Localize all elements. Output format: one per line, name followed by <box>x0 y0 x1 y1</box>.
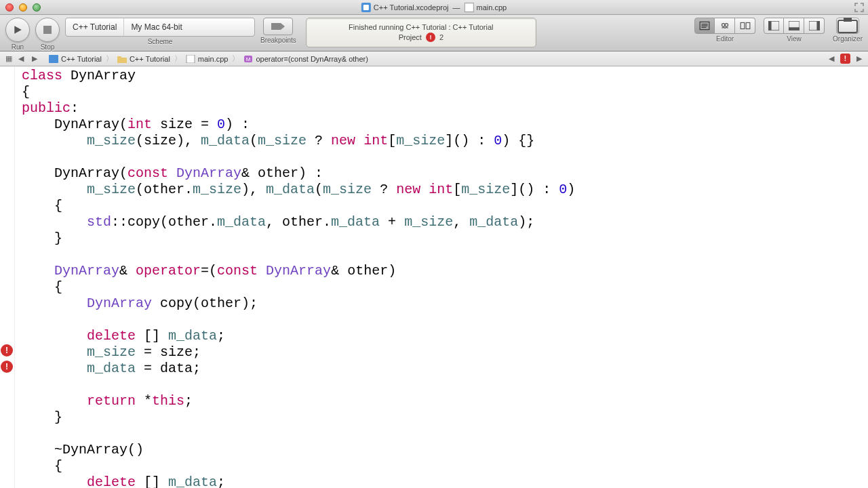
breadcrumb[interactable]: M operator=(const DynArray& other) <box>239 55 372 63</box>
code-area[interactable]: class DynArray { public: DynArray(int si… <box>15 66 868 488</box>
breadcrumb-item[interactable]: main.cpp <box>198 55 229 63</box>
toolbar: Run Stop C++ Tutorial My Mac 64-bit Sche… <box>0 15 868 52</box>
svg-rect-10 <box>768 21 772 30</box>
prev-issue-button[interactable]: ◀ <box>825 54 837 64</box>
editor-version-button[interactable] <box>735 18 755 34</box>
fullscreen-icon[interactable] <box>854 3 864 12</box>
svg-rect-8 <box>746 22 750 28</box>
svg-rect-16 <box>844 18 852 22</box>
scheme-selector[interactable]: C++ Tutorial My Mac 64-bit <box>65 18 255 37</box>
activity-status: Finished running C++ Tutorial : C++ Tuto… <box>313 23 529 31</box>
editor-standard-button[interactable] <box>694 18 715 34</box>
project-icon <box>361 3 371 12</box>
error-marker-icon[interactable]: ! <box>1 344 13 357</box>
zoom-icon[interactable] <box>33 3 41 12</box>
error-marker-icon[interactable]: ! <box>1 361 13 373</box>
window-title-project: C++ Tutorial.xcodeproj <box>374 3 449 12</box>
activity-viewer[interactable]: Finished running C++ Tutorial : C++ Tuto… <box>306 18 536 47</box>
breakpoint-icon <box>271 22 285 31</box>
editor-label: Editor <box>716 35 734 43</box>
title-separator: — <box>453 3 460 12</box>
stop-button[interactable] <box>35 18 60 42</box>
svg-point-5 <box>722 24 725 27</box>
svg-rect-12 <box>789 27 800 30</box>
svg-point-6 <box>725 24 728 27</box>
cpp-file-icon <box>186 55 195 63</box>
svg-rect-15 <box>838 20 857 33</box>
view-navigator-button[interactable] <box>764 18 784 34</box>
organizer-label: Organizer <box>833 35 863 43</box>
cpp-file-icon <box>465 3 474 12</box>
method-icon: M <box>243 55 253 63</box>
svg-text:M: M <box>246 56 251 62</box>
organizer-button[interactable] <box>836 18 859 34</box>
scheme-label: Scheme <box>148 38 173 45</box>
editor-gutter[interactable]: ! ! <box>0 66 15 488</box>
stop-label: Stop <box>41 43 55 51</box>
organizer-icon <box>837 18 859 34</box>
scheme-destination[interactable]: My Mac 64-bit <box>124 18 189 36</box>
editor-assistant-button[interactable] <box>715 18 735 34</box>
svg-rect-14 <box>816 21 820 30</box>
breadcrumb-item[interactable]: C++ Tutorial <box>61 55 102 63</box>
code-editor[interactable]: ! ! class DynArray { public: DynArray(in… <box>0 66 868 488</box>
issue-indicator-icon[interactable]: ! <box>840 54 850 64</box>
view-debug-button[interactable] <box>784 18 804 34</box>
view-utilities-button[interactable] <box>804 18 825 34</box>
run-button[interactable] <box>5 18 30 42</box>
next-issue-button[interactable]: ▶ <box>853 54 865 64</box>
stop-icon <box>43 26 52 34</box>
svg-rect-7 <box>741 22 745 28</box>
scheme-target[interactable]: C++ Tutorial <box>66 18 124 36</box>
related-items-icon[interactable]: ▦ <box>3 54 15 64</box>
svg-rect-18 <box>186 55 195 63</box>
breadcrumb[interactable]: C++ Tutorial <box>45 55 106 63</box>
breakpoints-button[interactable] <box>263 18 293 35</box>
window-title-file: main.cpp <box>477 3 507 12</box>
forward-button[interactable]: ▶ <box>28 54 41 64</box>
svg-rect-17 <box>49 55 58 63</box>
folder-icon <box>117 55 127 63</box>
breadcrumb-item[interactable]: C++ Tutorial <box>130 55 170 63</box>
activity-project-label: Project <box>399 33 422 41</box>
play-icon <box>13 25 22 35</box>
activity-issue-count: 2 <box>439 33 443 41</box>
breadcrumb[interactable]: C++ Tutorial <box>113 55 174 63</box>
close-icon[interactable] <box>5 3 14 12</box>
back-button[interactable]: ◀ <box>15 54 27 64</box>
project-icon <box>49 55 58 63</box>
run-label: Run <box>12 43 24 51</box>
window-titlebar: C++ Tutorial.xcodeproj — main.cpp <box>0 0 868 15</box>
view-label: View <box>787 35 802 43</box>
breadcrumb-item[interactable]: operator=(const DynArray& other) <box>256 55 368 63</box>
minimize-icon[interactable] <box>19 3 27 12</box>
error-icon: ! <box>426 33 435 42</box>
svg-rect-0 <box>43 26 52 34</box>
breakpoints-label: Breakpoints <box>260 37 296 44</box>
breadcrumb[interactable]: main.cpp <box>182 55 233 63</box>
jumpbar: ▦ ◀ ▶ C++ Tutorial 〉 C++ Tutorial 〉 main… <box>0 52 868 66</box>
